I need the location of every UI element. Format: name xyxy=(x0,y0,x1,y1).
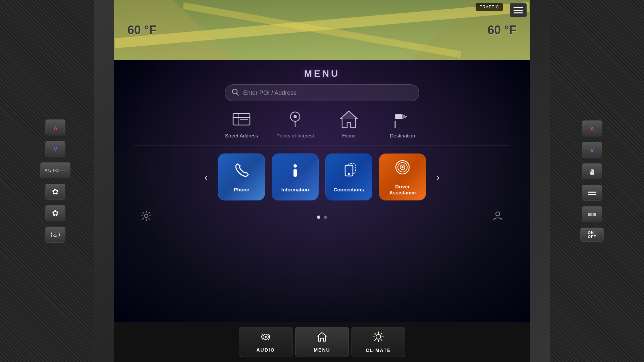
on-off-button[interactable]: ONOFF xyxy=(580,228,604,242)
audio-label: AUDIO xyxy=(256,347,275,353)
nav-item-destination[interactable]: Destination xyxy=(382,109,423,138)
temp-up-right[interactable]: ∧ xyxy=(582,120,602,136)
menu-home-icon xyxy=(317,331,327,345)
nav-item-home[interactable]: Home xyxy=(329,109,369,138)
app-button-driver-assistance[interactable]: DriverAssistance xyxy=(379,154,426,200)
nav-item-poi[interactable]: Points of Interest xyxy=(275,109,315,138)
defrost-rear[interactable]: ⛄ xyxy=(582,163,602,179)
menu-title: MENU xyxy=(304,68,340,79)
controls-right: ∧ ∨ ⛄ ≋≋ ONOFF xyxy=(580,120,604,242)
menu-label: MENU xyxy=(314,347,330,353)
street-address-icon xyxy=(231,109,252,129)
svg-point-11 xyxy=(293,115,297,118)
driver-assistance-icon xyxy=(393,158,412,180)
dot-1 xyxy=(317,216,320,219)
home-icon xyxy=(339,109,359,129)
next-arrow[interactable]: › xyxy=(433,168,443,187)
home-label: Home xyxy=(342,133,356,138)
seat-heat-btn[interactable]: ⟨♨⟩ xyxy=(45,227,65,243)
infotainment-screen: MENU Enter POI / Address xyxy=(114,60,530,322)
search-bar[interactable]: Enter POI / Address xyxy=(225,84,419,101)
svg-point-27 xyxy=(496,212,500,216)
svg-line-37 xyxy=(381,339,382,341)
information-label: Information xyxy=(281,187,309,193)
heat-air[interactable]: ≋≋ xyxy=(582,206,602,222)
svg-rect-5 xyxy=(233,114,250,125)
temp-right: 60 °F xyxy=(488,23,517,37)
svg-point-26 xyxy=(145,214,148,218)
menu-button[interactable]: MENU xyxy=(295,327,349,357)
app-button-connections[interactable]: Connections xyxy=(325,154,372,200)
audio-button[interactable]: AUDIO xyxy=(239,327,292,357)
app-grid-row: ‹ Phone xyxy=(134,154,510,200)
side-panel-right: ∧ ∨ ⛄ ≋≋ ONOFF xyxy=(550,0,644,362)
menu-line-2 xyxy=(514,10,523,11)
connections-icon xyxy=(340,161,358,183)
svg-line-39 xyxy=(375,339,376,341)
outer-frame: ∧ ∨ AUTO ✿ ✿ ⟨♨⟩ ∧ ∨ ⛄ ≋≋ ONOF xyxy=(0,0,644,362)
page-dots xyxy=(317,216,327,219)
menu-line-1 xyxy=(514,7,523,8)
phone-label: Phone xyxy=(234,187,249,193)
heat-icon xyxy=(587,189,597,196)
side-panel-left: ∧ ∨ AUTO ✿ ✿ ⟨♨⟩ xyxy=(0,0,94,362)
person-icon[interactable] xyxy=(492,210,503,224)
information-icon xyxy=(286,161,305,183)
destination-icon xyxy=(392,109,413,129)
controls-left: ∧ ∨ AUTO ✿ ✿ ⟨♨⟩ xyxy=(40,119,70,243)
menu-line-3 xyxy=(514,12,523,13)
auto-button[interactable]: AUTO xyxy=(40,162,70,178)
svg-point-29 xyxy=(265,336,267,338)
bottom-menu-bar: AUDIO MENU xyxy=(114,322,530,362)
svg-line-4 xyxy=(236,93,238,95)
nav-icons-row: Street Address Points of Interest xyxy=(134,109,510,145)
svg-rect-19 xyxy=(293,169,297,177)
dot-2 xyxy=(324,216,327,219)
climate-label: CLIMATE xyxy=(366,348,391,353)
app-button-phone[interactable]: Phone xyxy=(218,154,265,200)
poi-label: Points of Interest xyxy=(276,133,314,138)
svg-point-25 xyxy=(401,166,404,168)
svg-rect-15 xyxy=(395,114,402,119)
traffic-badge: TRAFFIC xyxy=(476,3,503,11)
fan-icon-low[interactable]: ✿ xyxy=(45,184,65,200)
map-area: 60 °F 60 °F TRAFFIC xyxy=(114,0,530,60)
street-address-label: Street Address xyxy=(225,133,258,138)
svg-point-31 xyxy=(376,335,381,339)
temp-down-right[interactable]: ∨ xyxy=(582,142,602,158)
svg-point-18 xyxy=(293,164,297,168)
map-menu-button[interactable] xyxy=(510,3,527,17)
settings-icon[interactable] xyxy=(141,210,152,224)
temp-down-left[interactable]: ∨ xyxy=(45,141,65,157)
prev-arrow[interactable]: ‹ xyxy=(201,168,211,187)
main-screen-wrapper: 60 °F 60 °F TRAFFIC MENU xyxy=(114,0,530,362)
auto-label: AUTO xyxy=(45,168,59,173)
temp-up-left[interactable]: ∧ xyxy=(45,119,65,135)
svg-line-38 xyxy=(381,333,382,335)
nav-item-street-address[interactable]: Street Address xyxy=(221,109,262,138)
temp-overlay: 60 °F 60 °F xyxy=(114,0,530,60)
heat-grid[interactable] xyxy=(582,185,602,201)
poi-icon xyxy=(285,109,305,129)
temp-left: 60 °F xyxy=(127,23,156,37)
connections-label: Connections xyxy=(334,187,364,193)
climate-button[interactable]: CLIMATE xyxy=(352,327,405,357)
audio-icon xyxy=(260,331,271,345)
svg-marker-14 xyxy=(340,111,357,119)
app-button-information[interactable]: Information xyxy=(272,154,319,200)
climate-icon xyxy=(373,331,384,345)
svg-line-36 xyxy=(375,333,376,335)
search-placeholder: Enter POI / Address xyxy=(243,89,297,97)
phone-icon xyxy=(232,161,251,183)
driver-assistance-label: DriverAssistance xyxy=(389,184,416,196)
search-icon xyxy=(232,88,239,98)
svg-marker-30 xyxy=(318,333,326,341)
fan-icon-med[interactable]: ✿ xyxy=(45,205,65,221)
svg-point-21 xyxy=(348,173,350,175)
svg-marker-16 xyxy=(402,114,407,119)
destination-label: Destination xyxy=(390,133,415,138)
screen-bottom-row xyxy=(134,207,510,227)
